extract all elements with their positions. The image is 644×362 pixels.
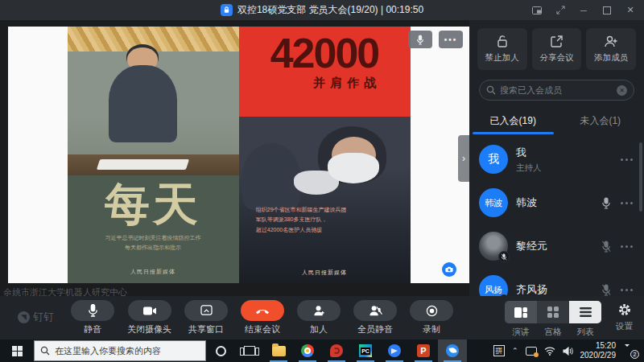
mute-button[interactable]: 静音	[71, 300, 114, 335]
poster-left-subtext-line1: 习近平总书记时刻关注着疫情防控工作	[105, 233, 201, 243]
mute-all-button[interactable]: 全员静音	[353, 300, 397, 335]
more-menu-icon[interactable]	[621, 289, 633, 291]
wifi-icon[interactable]	[544, 347, 555, 356]
member-row[interactable]: 风扬 齐风扬	[469, 268, 644, 296]
forbid-join-label: 禁止加人	[485, 52, 519, 64]
view-speaker[interactable]: 演讲	[505, 301, 537, 338]
record-button[interactable]: 录制	[410, 300, 453, 335]
poster-right-subtext-line2: 军队等调派380多支医疗队，	[256, 215, 347, 225]
camera-off-label: 关闭摄像头	[127, 323, 171, 335]
poster-right-subtext: 组织29个省区市和新疆生产建设兵团 军队等调派380多支医疗队， 超过42000…	[256, 205, 347, 236]
poster-left-caption-panel: 每天 习近平总书记时刻关注着疫情防控工作 每天都作出指示和批示 人民日报新媒体	[68, 175, 239, 283]
camera-switch-icon[interactable]	[442, 262, 456, 277]
speaker-icon[interactable]	[563, 347, 573, 356]
share-meeting-button[interactable]: 分享会议	[532, 28, 582, 70]
add-people-button[interactable]: 加人	[297, 300, 341, 335]
share-icon	[550, 35, 564, 48]
member-search[interactable]: ✕	[479, 80, 634, 101]
share-window-button[interactable]: 共享窗口	[184, 300, 228, 335]
pip-icon[interactable]	[528, 2, 546, 19]
add-member-button[interactable]: 添加成员	[586, 28, 636, 70]
view-grid[interactable]: 宫格	[537, 301, 569, 338]
tab-joined[interactable]: 已入会(19)	[469, 109, 557, 134]
system-tray: 拼 ⌃ 15:20 2020/2/29 2	[493, 339, 644, 362]
start-button[interactable]	[0, 339, 34, 362]
mic-on-icon[interactable]	[601, 197, 611, 209]
fullscreen-icon[interactable]	[551, 2, 569, 19]
member-row[interactable]: 黎经元	[469, 224, 644, 268]
dingtalk-taskbar-button[interactable]	[438, 339, 467, 362]
bird-icon	[388, 344, 401, 357]
member-row-me[interactable]: 我 我 主持人	[469, 138, 644, 181]
member-name: 韩波	[516, 195, 593, 210]
minimize-button[interactable]: ─	[575, 2, 592, 19]
share-window-pill	[184, 300, 228, 321]
member-name: 黎经元	[516, 239, 593, 253]
action-center-button[interactable]: 2	[623, 344, 638, 357]
task-view-icon	[244, 346, 255, 356]
member-list-scrollbar[interactable]	[639, 142, 642, 212]
chrome-button[interactable]	[293, 339, 322, 362]
ime-indicator[interactable]: 拼	[493, 345, 505, 356]
taskbar-clock[interactable]: 15:20 2020/2/29	[580, 341, 617, 361]
add-people-label: 加人	[310, 323, 328, 335]
more-menu-icon[interactable]	[621, 158, 633, 161]
pycharm-icon: PC	[359, 344, 372, 357]
add-person-icon	[313, 305, 325, 317]
end-meeting-button[interactable]: 结束会议	[241, 300, 284, 335]
avatar-wrap: 风扬	[479, 275, 508, 296]
mic-muted-icon[interactable]	[601, 241, 611, 253]
task-view-button[interactable]	[235, 339, 264, 362]
feed-more-button[interactable]: •••	[439, 31, 463, 48]
share-meeting-label: 分享会议	[540, 52, 574, 64]
dingtalk-watermark: ◥ 钉钉	[18, 310, 54, 324]
gear-icon	[617, 302, 632, 317]
more-menu-icon[interactable]	[621, 202, 633, 204]
messenger-button[interactable]	[380, 339, 409, 362]
view-speaker-label: 演讲	[513, 327, 530, 338]
pycharm-button[interactable]: PC	[351, 339, 380, 362]
feed-mic-button[interactable]	[408, 31, 432, 48]
cortana-button[interactable]	[206, 339, 235, 362]
more-menu-icon[interactable]	[621, 245, 633, 248]
member-list: 我 我 主持人 韩波 韩波	[469, 134, 644, 296]
avatar: 风扬	[479, 275, 508, 296]
dingtalk-brand-text: 钉钉	[33, 310, 54, 324]
file-explorer-button[interactable]	[264, 339, 293, 362]
add-member-label: 添加成员	[594, 52, 628, 64]
tray-expand-icon[interactable]: ⌃	[512, 347, 518, 355]
display-notification-icon[interactable]	[526, 347, 537, 356]
poster-right: 42000 并肩作战 组织29个省区市和新疆生产建设兵团 军队等调派380多支医…	[239, 27, 411, 283]
poster-left-credit: 人民日报新媒体	[68, 268, 239, 276]
member-row[interactable]: 韩波 韩波	[469, 181, 644, 224]
snail-icon	[330, 344, 343, 357]
view-list[interactable]: 列表	[569, 301, 601, 338]
taskbar-search-input[interactable]	[55, 346, 200, 356]
settings-button[interactable]: 设置	[616, 302, 633, 332]
lock-icon	[221, 4, 233, 16]
avatar: 我	[479, 145, 508, 174]
collapse-panel-button[interactable]: ›	[458, 135, 469, 182]
member-search-input[interactable]	[500, 85, 613, 95]
mute-all-pill	[353, 300, 397, 321]
snail-app-button[interactable]	[322, 339, 351, 362]
view-list-label: 列表	[577, 327, 594, 338]
maximize-button[interactable]	[598, 2, 616, 19]
mic-muted-icon[interactable]	[601, 284, 611, 296]
meeting-title-wrap: 双控18硕党支部 党员大会(19/20) | 00:19:50	[221, 3, 423, 17]
tab-not-joined[interactable]: 未入会(1)	[557, 109, 644, 134]
share-window-icon	[200, 305, 213, 316]
camera-off-button[interactable]: 关闭摄像头	[127, 300, 171, 335]
close-button[interactable]: ✕	[621, 2, 639, 19]
mute-label: 静音	[84, 323, 101, 335]
end-meeting-label: 结束会议	[245, 323, 280, 335]
taskbar-search[interactable]	[34, 340, 206, 361]
meeting-toolbar: ◥ 钉钉 静音 关闭摄像头 共享窗口	[0, 296, 644, 339]
windows-logo-icon	[12, 346, 23, 356]
search-clear-icon[interactable]: ✕	[617, 85, 627, 96]
forbid-join-button[interactable]: 禁止加人	[477, 28, 527, 70]
member-name: 我	[516, 146, 613, 160]
dingtalk-icon	[446, 344, 459, 357]
camera-icon	[142, 306, 157, 316]
powerpoint-button[interactable]: P	[409, 339, 438, 362]
